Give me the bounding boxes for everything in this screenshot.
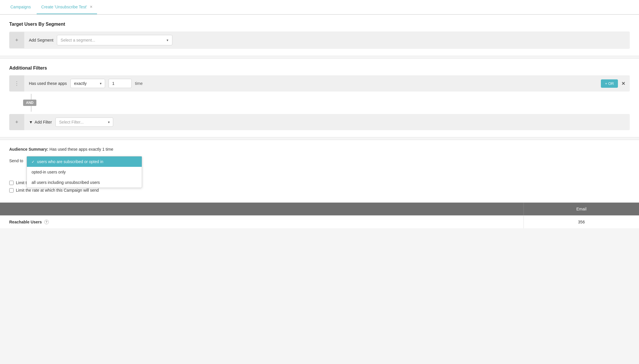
time-suffix: time	[135, 81, 143, 86]
add-segment-content: Add Segment Select a segment...	[24, 35, 630, 45]
limit-campaign-checkbox[interactable]	[9, 181, 14, 185]
add-filter-label: ▼ Add Filter	[29, 120, 52, 124]
filter-row: ⋮ Has used these apps exactly at least l…	[9, 75, 630, 92]
send-to-option-2-label: all users including unsubscribed users	[31, 180, 100, 185]
target-users-section: Target Users By Segment + Add Segment Se…	[0, 14, 639, 56]
drag-icon: ⋮	[14, 80, 19, 87]
send-to-option-0-label: users who are subscribed or opted in	[37, 159, 103, 164]
send-to-option-0[interactable]: ✓ users who are subscribed or opted in	[27, 156, 142, 167]
table-header-email: Email	[524, 203, 639, 215]
segment-select-wrapper: Select a segment...	[57, 35, 172, 45]
add-segment-icon-box[interactable]: +	[9, 32, 24, 48]
audience-summary: Audience Summary: Has used these apps ex…	[9, 147, 630, 152]
tab-close-icon[interactable]: ×	[90, 4, 92, 9]
audience-summary-prefix: Audience Summary:	[9, 147, 48, 152]
table-header-left	[0, 203, 524, 215]
tab-campaigns[interactable]: Campaigns	[6, 1, 36, 14]
and-line-top	[31, 94, 31, 100]
audience-summary-text: Has used these apps exactly 1 time	[49, 147, 113, 152]
and-connector: AND	[9, 92, 630, 114]
send-to-label: Send to	[9, 156, 23, 163]
and-badge: AND	[23, 100, 36, 106]
or-button[interactable]: + OR	[601, 79, 618, 88]
segment-select[interactable]: Select a segment...	[57, 35, 172, 45]
add-filter-row: + ▼ Add Filter Select Filter...	[9, 114, 630, 130]
add-segment-label: Add Segment	[29, 38, 53, 42]
target-users-title: Target Users By Segment	[9, 22, 630, 27]
help-icon[interactable]: ?	[44, 220, 49, 224]
send-to-option-1[interactable]: opted-in users only	[27, 167, 142, 177]
send-to-option-1-label: opted-in users only	[31, 170, 66, 174]
remove-filter-button[interactable]: ✕	[621, 81, 625, 86]
send-to-dropdown-open: ✓ users who are subscribed or opted in o…	[27, 156, 142, 188]
filter-row-content: Has used these apps exactly at least les…	[24, 79, 601, 88]
reachable-users-label: Reachable Users	[9, 220, 42, 224]
count-input[interactable]	[109, 79, 132, 88]
add-filter-plus-icon: +	[15, 119, 18, 125]
filter-select[interactable]: Select Filter...	[55, 117, 113, 127]
main-content: Target Users By Segment + Add Segment Se…	[0, 14, 639, 228]
additional-filters-title: Additional Filters	[9, 66, 630, 71]
bottom-table: Email Reachable Users ? 356	[0, 202, 639, 228]
tab-create-label: Create 'Unsubscribe Test'	[41, 5, 87, 9]
filter-label: Has used these apps	[29, 81, 67, 86]
condition-select[interactable]: exactly at least less than	[70, 79, 105, 88]
filter-row-actions: + OR ✕	[601, 79, 630, 88]
limit-rate-row: Limit the rate at which this Campaign wi…	[9, 188, 630, 193]
add-segment-row: + Add Segment Select a segment...	[9, 31, 630, 49]
audience-section: Audience Summary: Has used these apps ex…	[0, 140, 639, 202]
select-filter-wrapper: Select Filter...	[55, 117, 113, 127]
add-filter-text: Add Filter	[35, 120, 52, 124]
reachable-users-cell: Reachable Users ?	[0, 216, 524, 228]
tab-create[interactable]: Create 'Unsubscribe Test' ×	[37, 0, 97, 14]
table-header: Email	[0, 203, 639, 215]
limit-rate-checkbox[interactable]	[9, 188, 14, 193]
and-line-bottom	[31, 106, 31, 112]
checkmark-icon: ✓	[31, 160, 35, 164]
reachable-count-cell: 356	[524, 216, 639, 228]
send-to-row: Send to ✓ users who are subscribed or op…	[9, 156, 630, 163]
limit-rate-label: Limit the rate at which this Campaign wi…	[16, 188, 99, 193]
table-row-reachable: Reachable Users ? 356	[0, 215, 639, 228]
send-to-option-2[interactable]: all users including unsubscribed users	[27, 177, 142, 188]
additional-filters-section: Additional Filters ⋮ Has used these apps…	[0, 58, 639, 137]
filter-funnel-icon: ▼	[29, 120, 33, 124]
condition-select-wrapper: exactly at least less than	[70, 79, 105, 88]
plus-icon: +	[15, 37, 18, 43]
add-filter-icon-box[interactable]: +	[9, 114, 24, 130]
add-filter-content: ▼ Add Filter Select Filter...	[24, 117, 630, 127]
drag-handle-box[interactable]: ⋮	[9, 75, 24, 92]
top-navigation: Campaigns Create 'Unsubscribe Test' ×	[0, 0, 639, 14]
